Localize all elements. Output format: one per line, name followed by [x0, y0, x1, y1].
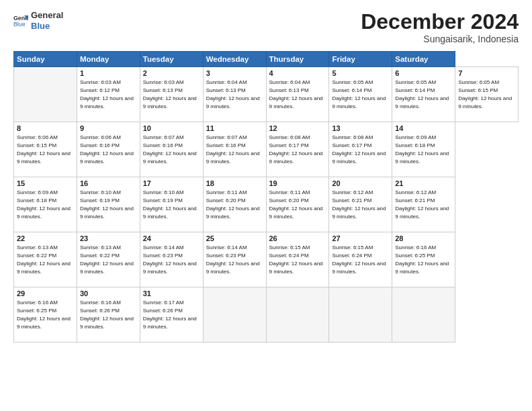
day-info: Sunrise: 6:12 AMSunset: 6:21 PMDaylight:… [395, 189, 449, 219]
day-number: 28 [395, 234, 452, 242]
day-cell-20: 20 Sunrise: 6:12 AMSunset: 6:21 PMDaylig… [329, 177, 392, 232]
day-number: 27 [332, 234, 389, 242]
logo-text: General Blue [31, 10, 63, 31]
day-info: Sunrise: 6:05 AMSunset: 6:15 PMDaylight:… [458, 79, 512, 109]
day-number: 26 [269, 234, 326, 242]
day-cell-5: 5 Sunrise: 6:05 AMSunset: 6:14 PMDayligh… [329, 67, 392, 122]
day-cell-23: 23 Sunrise: 6:13 AMSunset: 6:22 PMDaylig… [77, 232, 140, 287]
day-number: 2 [143, 69, 200, 77]
day-info: Sunrise: 6:08 AMSunset: 6:17 PMDaylight:… [332, 134, 386, 164]
empty-cell [266, 287, 329, 342]
day-info: Sunrise: 6:10 AMSunset: 6:19 PMDaylight:… [143, 189, 197, 219]
day-number: 4 [269, 69, 326, 77]
day-cell-17: 17 Sunrise: 6:10 AMSunset: 6:19 PMDaylig… [140, 177, 203, 232]
col-header-tuesday: Tuesday [140, 52, 203, 67]
day-cell-9: 9 Sunrise: 6:06 AMSunset: 6:16 PMDayligh… [77, 122, 140, 177]
day-cell-7: 7 Sunrise: 6:05 AMSunset: 6:15 PMDayligh… [455, 67, 519, 122]
day-cell-12: 12 Sunrise: 6:08 AMSunset: 6:17 PMDaylig… [266, 122, 329, 177]
day-number: 16 [80, 179, 137, 187]
day-info: Sunrise: 6:09 AMSunset: 6:18 PMDaylight:… [395, 134, 449, 164]
day-info: Sunrise: 6:16 AMSunset: 6:26 PMDaylight:… [80, 300, 134, 329]
day-number: 23 [80, 234, 137, 242]
header: General Blue General Blue December 2024 … [13, 10, 519, 44]
empty-cell [392, 287, 455, 342]
week-row-3: 15 Sunrise: 6:09 AMSunset: 6:18 PMDaylig… [14, 177, 519, 232]
day-number: 21 [395, 179, 452, 187]
col-header-thursday: Thursday [266, 52, 329, 67]
day-number: 20 [332, 179, 389, 187]
day-number: 1 [80, 69, 137, 77]
day-number: 24 [143, 234, 200, 242]
day-number: 14 [395, 124, 452, 132]
day-cell-21: 21 Sunrise: 6:12 AMSunset: 6:21 PMDaylig… [392, 177, 455, 232]
location: Sungaisarik, Indonesia [361, 34, 519, 44]
day-number: 25 [206, 234, 263, 242]
day-info: Sunrise: 6:10 AMSunset: 6:19 PMDaylight:… [80, 189, 134, 219]
week-row-2: 8 Sunrise: 6:06 AMSunset: 6:15 PMDayligh… [14, 122, 519, 177]
logo-icon: General Blue [13, 13, 28, 28]
day-number: 17 [143, 179, 200, 187]
day-cell-26: 26 Sunrise: 6:15 AMSunset: 6:24 PMDaylig… [266, 232, 329, 287]
day-info: Sunrise: 6:03 AMSunset: 6:12 PMDaylight:… [80, 79, 134, 109]
month-title: December 2024 [361, 10, 519, 34]
day-cell-28: 28 Sunrise: 6:16 AMSunset: 6:25 PMDaylig… [392, 232, 455, 287]
title-block: December 2024 Sungaisarik, Indonesia [361, 10, 519, 44]
day-cell-10: 10 Sunrise: 6:07 AMSunset: 6:16 PMDaylig… [140, 122, 203, 177]
day-cell-2: 2 Sunrise: 6:03 AMSunset: 6:13 PMDayligh… [140, 67, 203, 122]
day-number: 13 [332, 124, 389, 132]
day-info: Sunrise: 6:04 AMSunset: 6:13 PMDaylight:… [269, 79, 323, 109]
day-info: Sunrise: 6:06 AMSunset: 6:16 PMDaylight:… [80, 134, 134, 164]
day-cell-11: 11 Sunrise: 6:07 AMSunset: 6:16 PMDaylig… [203, 122, 266, 177]
day-number: 6 [395, 69, 452, 77]
day-number: 22 [17, 234, 74, 242]
day-cell-19: 19 Sunrise: 6:11 AMSunset: 6:20 PMDaylig… [266, 177, 329, 232]
day-cell-6: 6 Sunrise: 6:05 AMSunset: 6:14 PMDayligh… [392, 67, 455, 122]
day-cell-31: 31 Sunrise: 6:17 AMSunset: 6:26 PMDaylig… [140, 287, 203, 342]
col-header-monday: Monday [77, 52, 140, 67]
day-number: 11 [206, 124, 263, 132]
day-cell-24: 24 Sunrise: 6:14 AMSunset: 6:23 PMDaylig… [140, 232, 203, 287]
day-info: Sunrise: 6:04 AMSunset: 6:13 PMDaylight:… [206, 79, 260, 109]
day-info: Sunrise: 6:06 AMSunset: 6:15 PMDaylight:… [17, 134, 71, 164]
day-info: Sunrise: 6:11 AMSunset: 6:20 PMDaylight:… [206, 189, 260, 219]
day-info: Sunrise: 6:11 AMSunset: 6:20 PMDaylight:… [269, 189, 323, 219]
day-number: 7 [458, 69, 515, 77]
day-cell-15: 15 Sunrise: 6:09 AMSunset: 6:18 PMDaylig… [14, 177, 77, 232]
day-cell-8: 8 Sunrise: 6:06 AMSunset: 6:15 PMDayligh… [14, 122, 77, 177]
day-number: 3 [206, 69, 263, 77]
col-header-saturday: Saturday [392, 52, 455, 67]
day-number: 30 [80, 289, 137, 298]
day-cell-4: 4 Sunrise: 6:04 AMSunset: 6:13 PMDayligh… [266, 67, 329, 122]
day-cell-29: 29 Sunrise: 6:16 AMSunset: 6:25 PMDaylig… [14, 287, 77, 342]
day-number: 29 [17, 289, 74, 298]
week-row-5: 29 Sunrise: 6:16 AMSunset: 6:25 PMDaylig… [14, 287, 519, 342]
day-number: 10 [143, 124, 200, 132]
day-number: 8 [17, 124, 74, 132]
col-header-friday: Friday [329, 52, 392, 67]
day-info: Sunrise: 6:13 AMSunset: 6:22 PMDaylight:… [80, 244, 134, 274]
day-number: 5 [332, 69, 389, 77]
calendar-page: General Blue General Blue December 2024 … [0, 0, 532, 411]
empty-cell-start [14, 67, 77, 122]
day-info: Sunrise: 6:08 AMSunset: 6:17 PMDaylight:… [269, 134, 323, 164]
day-info: Sunrise: 6:16 AMSunset: 6:25 PMDaylight:… [395, 244, 449, 274]
day-cell-27: 27 Sunrise: 6:15 AMSunset: 6:24 PMDaylig… [329, 232, 392, 287]
day-cell-18: 18 Sunrise: 6:11 AMSunset: 6:20 PMDaylig… [203, 177, 266, 232]
week-row-1: 1 Sunrise: 6:03 AMSunset: 6:12 PMDayligh… [14, 67, 519, 122]
day-info: Sunrise: 6:13 AMSunset: 6:22 PMDaylight:… [17, 244, 71, 274]
day-cell-30: 30 Sunrise: 6:16 AMSunset: 6:26 PMDaylig… [77, 287, 140, 342]
day-info: Sunrise: 6:07 AMSunset: 6:16 PMDaylight:… [143, 134, 197, 164]
day-info: Sunrise: 6:17 AMSunset: 6:26 PMDaylight:… [143, 300, 197, 329]
day-info: Sunrise: 6:07 AMSunset: 6:16 PMDaylight:… [206, 134, 260, 164]
day-cell-22: 22 Sunrise: 6:13 AMSunset: 6:22 PMDaylig… [14, 232, 77, 287]
empty-cell [203, 287, 266, 342]
day-info: Sunrise: 6:15 AMSunset: 6:24 PMDaylight:… [269, 244, 323, 274]
col-header-wednesday: Wednesday [203, 52, 266, 67]
day-info: Sunrise: 6:14 AMSunset: 6:23 PMDaylight:… [143, 244, 197, 274]
day-cell-3: 3 Sunrise: 6:04 AMSunset: 6:13 PMDayligh… [203, 67, 266, 122]
day-info: Sunrise: 6:09 AMSunset: 6:18 PMDaylight:… [17, 189, 71, 219]
day-cell-25: 25 Sunrise: 6:14 AMSunset: 6:23 PMDaylig… [203, 232, 266, 287]
day-cell-13: 13 Sunrise: 6:08 AMSunset: 6:17 PMDaylig… [329, 122, 392, 177]
empty-cell [329, 287, 392, 342]
week-row-4: 22 Sunrise: 6:13 AMSunset: 6:22 PMDaylig… [14, 232, 519, 287]
